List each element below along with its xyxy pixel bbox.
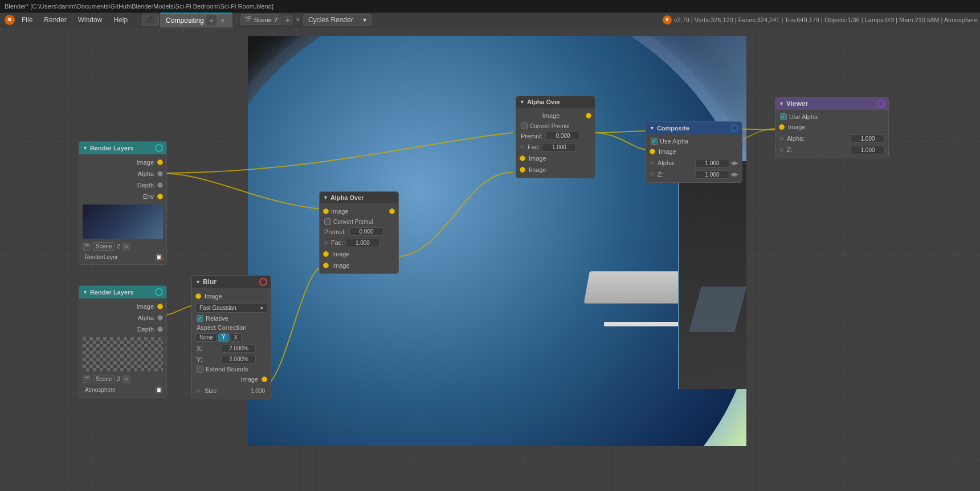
- rl1-alpha-socket[interactable]: [157, 171, 163, 177]
- ao1-image-out-socket[interactable]: [586, 113, 591, 118]
- ao2-image-output-socket[interactable]: [389, 208, 395, 214]
- menu-render[interactable]: Render: [39, 14, 71, 26]
- blur-x-value[interactable]: 2.000%: [222, 344, 256, 353]
- blur-x-btn[interactable]: X: [230, 333, 242, 342]
- composite-header: ▼ Composite: [646, 122, 742, 134]
- blur-filter-row: Fast Gaussian ▾: [192, 302, 271, 314]
- blur-none-btn[interactable]: None: [195, 333, 217, 342]
- rl1-close-btn[interactable]: ×: [122, 243, 130, 251]
- composite-image-row: Image: [646, 146, 742, 157]
- ao2-image1-label: Image: [329, 251, 395, 257]
- blur-badge: [259, 278, 267, 286]
- composite-z-socket[interactable]: [650, 171, 655, 177]
- blur-y-btn[interactable]: Y: [218, 333, 229, 342]
- ao2-fac-socket[interactable]: [323, 240, 329, 246]
- viewer-z-socket[interactable]: [779, 147, 785, 153]
- alpha-over-node-1[interactable]: ▼ Alpha Over Image Convert Premul Premul…: [516, 96, 595, 178]
- rl1-image-socket[interactable]: [157, 159, 163, 165]
- ao2-fac-value[interactable]: 1.000: [345, 239, 379, 247]
- rl2-layer-label: Atmosphere: [83, 387, 116, 393]
- ao1-image-header: Image: [520, 112, 586, 119]
- blur-output-socket[interactable]: [262, 377, 267, 382]
- viewer-use-alpha-checkbox[interactable]: ✓: [780, 113, 787, 120]
- composite-z-label: Z:: [655, 171, 695, 178]
- blur-extend-checkbox[interactable]: [197, 366, 203, 373]
- composite-node[interactable]: ▼ Composite ✓ Use Alpha Image Alpha: 1.0…: [646, 121, 742, 183]
- rl1-layer-row: RenderLayer 📋: [79, 252, 166, 262]
- viewer-alpha-socket[interactable]: [779, 136, 785, 141]
- ao1-image2-row: Image: [516, 164, 595, 175]
- scene-selector[interactable]: 🎬 Scene 2: [240, 14, 281, 25]
- composite-z-chevron: ◀▶: [729, 171, 738, 177]
- status-bar: B v2.79 | Verts:326,120 | Faces:324,241 …: [663, 15, 978, 24]
- viewer-image-socket[interactable]: [779, 124, 785, 130]
- engine-dropdown-icon: ▾: [363, 16, 366, 24]
- menu-file[interactable]: File: [17, 14, 37, 26]
- ao2-image-label: Image: [329, 208, 389, 215]
- ao1-premul-value[interactable]: 0.000: [546, 132, 580, 140]
- composite-alpha-value[interactable]: 1.000: [695, 159, 729, 167]
- rl1-depth-row: Depth: [79, 179, 166, 191]
- rl1-alpha-label: Alpha: [83, 170, 157, 177]
- blur-size-value: 1.000: [251, 388, 267, 394]
- ao2-image2-socket[interactable]: [323, 263, 329, 268]
- render-layers-node-2[interactable]: ▼ Render Layers Image Alpha Depth: [79, 285, 167, 398]
- rl2-depth-row: Depth: [79, 324, 166, 335]
- render-layers-node-1[interactable]: ▼ Render Layers Image Alpha Depth Env: [79, 141, 167, 265]
- engine-selector[interactable]: Cycles Render ▾: [303, 14, 371, 26]
- ao2-image2-label: Image: [329, 262, 395, 269]
- ao2-image1-socket[interactable]: [323, 251, 329, 257]
- composite-use-alpha-checkbox[interactable]: ✓: [651, 138, 658, 145]
- menu-window[interactable]: Window: [74, 14, 107, 26]
- ao1-image2-socket[interactable]: [520, 167, 525, 173]
- tab-add-button[interactable]: +: [206, 15, 217, 26]
- rl1-layer-label: RenderLayer: [83, 254, 118, 260]
- rl2-alpha-label: Alpha: [83, 314, 157, 321]
- rl1-depth-socket[interactable]: [157, 182, 163, 188]
- rl2-image-socket[interactable]: [157, 304, 163, 309]
- ao1-fac-socket[interactable]: [520, 144, 525, 150]
- blur-y-value[interactable]: 2.000%: [222, 355, 256, 363]
- rl2-scene-icon: 🎬: [83, 375, 91, 383]
- alpha-over-node-2[interactable]: ▼ Alpha Over Image Convert Premul Premul…: [319, 191, 399, 274]
- menu-help[interactable]: Help: [109, 14, 132, 26]
- main-compositing-area[interactable]: ▼ Render Layers Image Alpha Depth Env: [0, 27, 980, 491]
- viewer-image-label: Image: [785, 124, 885, 130]
- triangle-icon-2: ▼: [83, 289, 88, 295]
- tab-close-button[interactable]: ×: [219, 17, 227, 24]
- ao1-image1-socket[interactable]: [520, 156, 525, 161]
- scene-add-button[interactable]: +: [283, 15, 293, 25]
- blur-body: Image Fast Gaussian ▾ ✓ Relative Aspect …: [192, 288, 271, 399]
- blur-input-socket[interactable]: [195, 293, 201, 299]
- blur-size-socket[interactable]: [195, 388, 201, 394]
- blur-relative-checkbox[interactable]: ✓: [197, 315, 203, 322]
- composite-z-value[interactable]: 1.000: [695, 170, 729, 179]
- ao2-convert-checkbox[interactable]: [324, 218, 331, 225]
- tab-compositing[interactable]: Compositing + ×: [160, 13, 232, 27]
- blur-triangle-icon: ▼: [195, 279, 201, 285]
- viewer-z-value[interactable]: 1.000: [851, 146, 885, 154]
- composite-image-socket[interactable]: [650, 149, 655, 154]
- ao2-premul-value[interactable]: 0.000: [349, 227, 383, 236]
- rl1-env-socket[interactable]: [157, 194, 163, 199]
- rl2-close-btn[interactable]: ×: [122, 375, 130, 383]
- ao1-fac-value[interactable]: 1.000: [542, 143, 576, 152]
- alpha-over-2-header: ▼ Alpha Over: [320, 192, 398, 203]
- composite-alpha-socket[interactable]: [650, 160, 655, 166]
- viewer-z-label: Z:: [785, 146, 851, 153]
- rl2-depth-socket[interactable]: [157, 326, 163, 332]
- ao1-convert-checkbox[interactable]: [521, 122, 528, 129]
- editor-type-selector[interactable]: ⬛: [142, 14, 159, 26]
- viewer-image-row: Image: [775, 121, 888, 133]
- ao2-input-socket[interactable]: [323, 208, 329, 214]
- blur-node[interactable]: ▼ Blur Image Fast Gaussian ▾ ✓ Relative: [191, 275, 271, 399]
- ao2-image2-row: Image: [320, 260, 398, 271]
- rl2-alpha-socket[interactable]: [157, 315, 163, 321]
- separator-1: [138, 15, 138, 25]
- viewer-alpha-value[interactable]: 1.000: [851, 134, 885, 143]
- blender-logo-icon: B: [5, 15, 15, 25]
- scene-close-button[interactable]: ×: [294, 16, 302, 24]
- viewer-node[interactable]: ▼ Viewer ✓ Use Alpha Image Alpha: 1.000: [775, 97, 889, 158]
- blur-x-field: X: 2.000%: [192, 343, 271, 354]
- blur-filter-dropdown[interactable]: Fast Gaussian ▾: [195, 303, 267, 313]
